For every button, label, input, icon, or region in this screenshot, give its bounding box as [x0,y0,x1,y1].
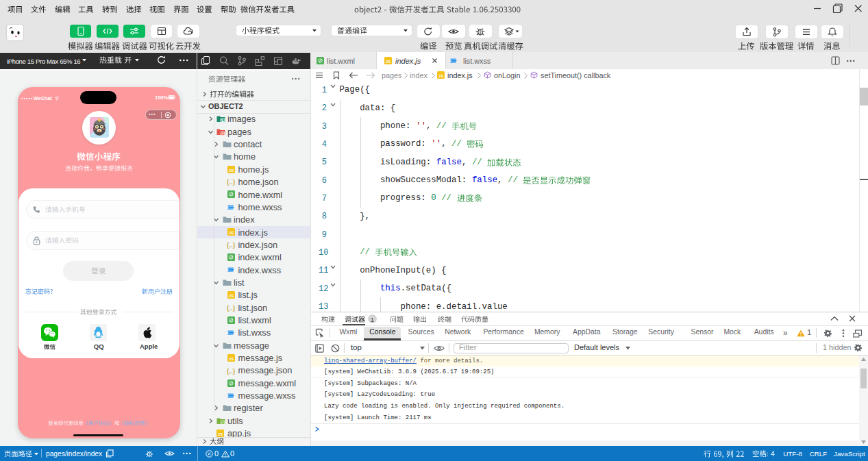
svg-text:{..}: {..} [227,366,235,374]
svg-text:JS: JS [229,294,234,298]
svg-text:JS: JS [438,74,443,78]
svg-text:JS: JS [385,60,390,64]
svg-text:JS: JS [229,356,234,360]
svg-text:{..}: {..} [227,241,235,249]
svg-text:JS: JS [229,168,234,172]
svg-text:{..}: {..} [227,303,235,311]
svg-text:{..}: {..} [227,178,235,186]
svg-text:JS: JS [218,432,223,436]
svg-text:JS: JS [229,231,234,235]
